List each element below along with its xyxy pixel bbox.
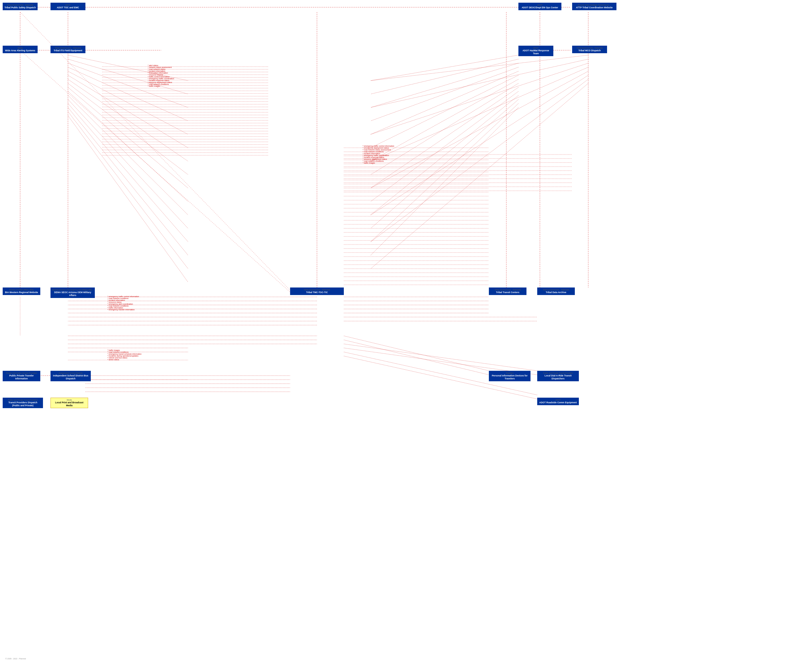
svg-line-42 bbox=[371, 108, 518, 255]
svg-line-29 bbox=[371, 55, 518, 80]
adot-toc-node: ADOT ADOT TOC and EMC bbox=[51, 3, 85, 10]
tribal-tmc-toc-tic-node: Tribal Governments - Statewide Tribal TM… bbox=[290, 288, 344, 295]
svg-line-31 bbox=[371, 63, 518, 108]
tribal-transit-centers-node: Tribal Governments - Statewide Tribal Tr… bbox=[489, 288, 527, 295]
svg-line-27 bbox=[68, 111, 188, 269]
flow-labels-school: * traffic images* road network condition… bbox=[108, 349, 161, 360]
svg-line-33 bbox=[371, 71, 518, 134]
local-dial-a-ride-node: Public and Private Transit Providers Loc… bbox=[537, 371, 579, 381]
bia-western-node: Bureau of Indian Affairs (BIA) BIA Weste… bbox=[3, 288, 40, 295]
adot-hazmat-node: ADOT ADOT HazMat Response Team bbox=[518, 46, 553, 56]
svg-line-30 bbox=[371, 59, 518, 94]
svg-line-41 bbox=[371, 103, 518, 242]
local-print-media-node: Media Local Print and Broadcast Media bbox=[51, 398, 88, 408]
svg-line-23 bbox=[68, 95, 188, 215]
svg-line-20 bbox=[68, 83, 188, 175]
svg-line-43 bbox=[371, 55, 588, 80]
svg-line-82 bbox=[20, 12, 290, 290]
arizona-tribal-strategic-node: Arizona Tribal Strategic Partnering Sc..… bbox=[572, 3, 616, 10]
svg-line-50 bbox=[371, 83, 588, 269]
adot-deoc-node: ADOT ADOT DEOC/Dept EM Ops Center bbox=[518, 3, 562, 10]
flow-labels-right: * emergency traffic control information*… bbox=[363, 145, 416, 164]
dema-seoc-node: Arizona Division of Emergency and Milita… bbox=[51, 288, 95, 298]
svg-line-76 bbox=[344, 336, 489, 371]
independent-school-district-node: Independent School Districts Independent… bbox=[51, 371, 91, 381]
watermark: © 2005 - 2022 - Planned bbox=[5, 658, 26, 660]
flow-labels-left: * alert status* network status assessmen… bbox=[148, 64, 201, 87]
svg-line-26 bbox=[68, 108, 188, 255]
transit-providers-node: Public and Private Transit Providers Tra… bbox=[3, 398, 43, 408]
svg-line-19 bbox=[68, 79, 188, 161]
svg-line-24 bbox=[68, 100, 188, 228]
svg-line-44 bbox=[371, 59, 588, 108]
private-info-providers-node: Private Information Service Providers Pu… bbox=[3, 371, 40, 381]
adot-roadside-node: ADOT ADOT Roadside Comm Equipment bbox=[537, 398, 579, 405]
svg-line-32 bbox=[371, 67, 518, 121]
tribal-data-archive-node: Tribal Governments - Statewide Tribal Da… bbox=[537, 288, 575, 295]
svg-line-47 bbox=[371, 71, 588, 188]
svg-line-22 bbox=[68, 91, 188, 201]
svg-line-45 bbox=[371, 63, 588, 134]
flow-labels-dema: * emergency traffic control information*… bbox=[108, 296, 161, 311]
svg-line-37 bbox=[371, 87, 518, 188]
tribal-public-safety-node: Tribal Governments - Statewide Tribal Pu… bbox=[3, 3, 38, 10]
svg-line-28 bbox=[68, 116, 188, 282]
tribal-field-equipment-node: Tribal Governments - Statewide Tribal IT… bbox=[51, 46, 85, 53]
svg-line-25 bbox=[68, 103, 188, 242]
svg-line-34 bbox=[371, 75, 518, 148]
svg-line-78 bbox=[344, 344, 537, 371]
svg-line-40 bbox=[371, 100, 518, 228]
travelers-personal-info-node: Travelers Personal Information Devices f… bbox=[489, 371, 530, 381]
media-wide-area-node: Media Wide Area Alerting Systems bbox=[3, 46, 38, 53]
svg-line-77 bbox=[344, 340, 489, 375]
tribal-mco-dispatch-node: Tribal Governments - Statewide Tribal MC… bbox=[572, 46, 607, 53]
svg-line-21 bbox=[68, 87, 188, 188]
